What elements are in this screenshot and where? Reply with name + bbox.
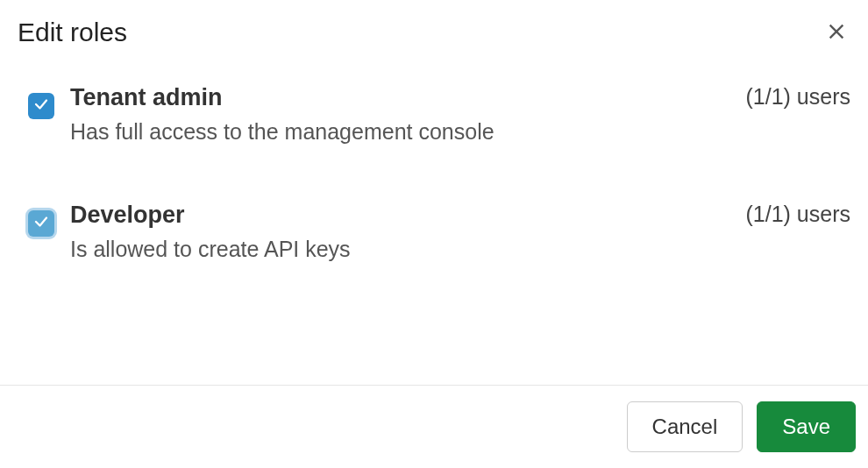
save-button[interactable]: Save (757, 401, 856, 452)
role-item-developer: Developer Is allowed to create API keys … (28, 200, 850, 265)
role-checkbox-tenant-admin[interactable] (28, 93, 54, 119)
role-name: Developer (70, 200, 729, 230)
role-text: Tenant admin Has full access to the mana… (70, 82, 729, 147)
dialog-footer: Cancel Save (0, 385, 868, 468)
role-description: Is allowed to create API keys (70, 234, 729, 265)
role-user-count: (1/1) users (746, 84, 850, 110)
check-icon (33, 96, 49, 116)
role-description: Has full access to the management consol… (70, 117, 729, 147)
role-checkbox-developer[interactable] (28, 210, 54, 237)
role-user-count: (1/1) users (746, 202, 850, 227)
dialog-title: Edit roles (18, 18, 127, 47)
role-item-tenant-admin: Tenant admin Has full access to the mana… (28, 82, 850, 147)
cancel-button[interactable]: Cancel (627, 401, 743, 452)
edit-roles-dialog: Edit roles Tenant admin Has full access … (0, 0, 868, 468)
close-button[interactable] (822, 18, 850, 46)
dialog-header: Edit roles (0, 0, 868, 56)
close-icon (827, 22, 846, 44)
role-text: Developer Is allowed to create API keys (70, 200, 729, 265)
dialog-body: Tenant admin Has full access to the mana… (0, 56, 868, 385)
role-name: Tenant admin (70, 82, 729, 113)
check-icon (33, 214, 49, 233)
